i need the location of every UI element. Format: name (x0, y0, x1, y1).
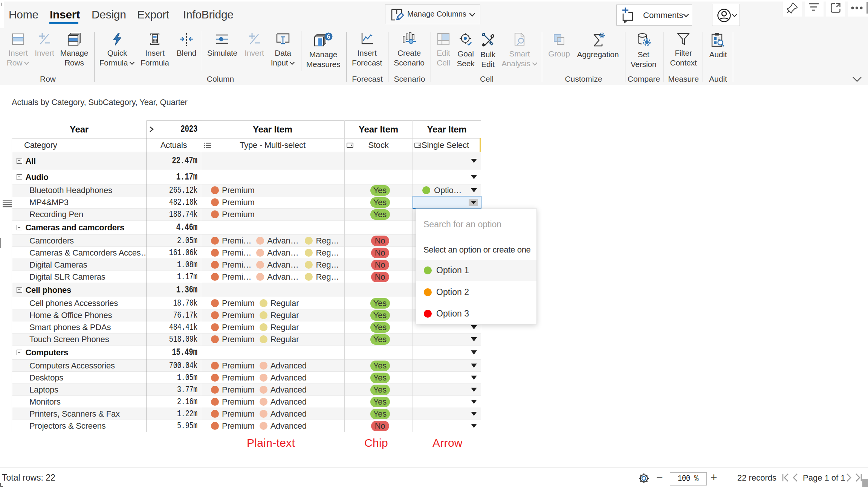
svg-text:6: 6 (327, 33, 330, 40)
